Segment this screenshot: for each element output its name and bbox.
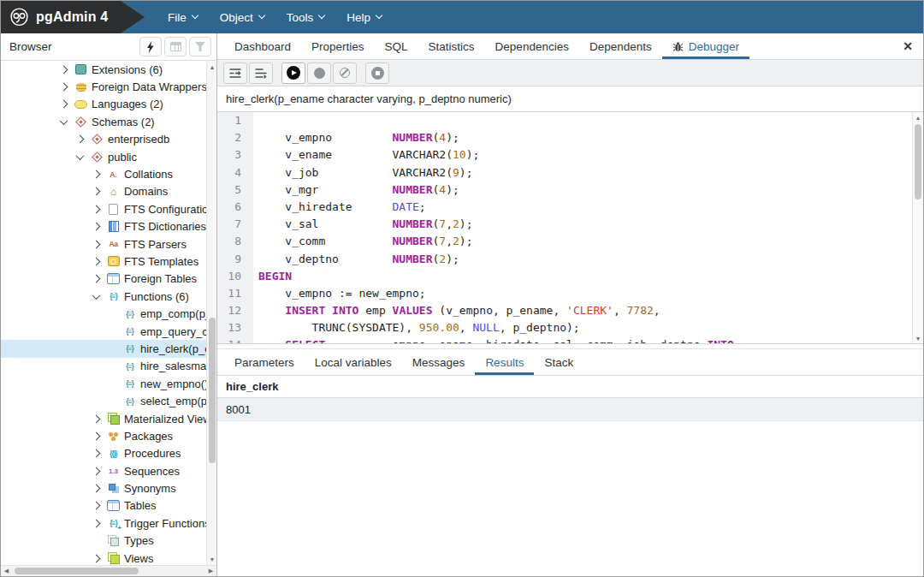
line-number[interactable]: 4: [217, 164, 253, 181]
tab-sql[interactable]: SQL: [375, 33, 418, 59]
line-number[interactable]: 8: [217, 233, 253, 250]
line-number[interactable]: 6: [217, 199, 253, 216]
tree-item-domains[interactable]: Domains: [1, 183, 206, 200]
tab-dashboard[interactable]: Dashboard: [224, 33, 301, 59]
tree-item-emp-comp-p-s[interactable]: emp_comp(p_s: [1, 305, 206, 322]
editor-vertical-scrollbar[interactable]: ▲ ▼: [912, 112, 923, 343]
chevron-right-icon[interactable]: [76, 135, 85, 144]
tree-item-emp-query-cal[interactable]: emp_query_cal: [1, 323, 206, 340]
tree-item-types[interactable]: Types: [1, 532, 206, 550]
scroll-down-icon[interactable]: ▼: [913, 333, 923, 343]
chevron-right-icon[interactable]: [92, 223, 101, 231]
tree-item-enterprisedb[interactable]: enterprisedb: [1, 131, 206, 148]
tab-statistics[interactable]: Statistics: [418, 33, 485, 59]
tree-item-select-emp-p-e[interactable]: select_emp(p_e: [1, 392, 206, 409]
tab-results[interactable]: Results: [475, 349, 534, 375]
scrollbar-thumb[interactable]: [209, 318, 216, 463]
tab-dependents[interactable]: Dependents: [579, 33, 662, 59]
tree-item-trigger-functions[interactable]: Trigger Functions: [1, 515, 206, 532]
step-into-button[interactable]: [223, 62, 247, 84]
line-number[interactable]: 13: [217, 319, 253, 336]
chevron-right-icon[interactable]: [60, 83, 68, 92]
chevron-right-icon[interactable]: [92, 275, 101, 283]
toggle-breakpoint-button[interactable]: [307, 62, 331, 84]
clear-all-breakpoints-button[interactable]: [333, 62, 357, 84]
line-number[interactable]: 3: [217, 146, 253, 164]
chevron-right-icon[interactable]: [92, 187, 101, 196]
scrollbar-thumb[interactable]: [915, 124, 921, 199]
tree-vertical-scrollbar[interactable]: ▲ ▼: [206, 61, 216, 565]
tab-dependencies[interactable]: Dependencies: [485, 33, 579, 59]
tree-item-collations[interactable]: Collations: [1, 165, 206, 182]
menu-object[interactable]: Object: [209, 1, 275, 33]
chevron-right-icon[interactable]: [92, 519, 101, 527]
chevron-right-icon[interactable]: [60, 100, 68, 109]
tree-item-hire-salesman[interactable]: hire_salesman(: [1, 358, 206, 375]
line-number[interactable]: 1: [217, 112, 253, 129]
line-number[interactable]: 2: [217, 129, 253, 146]
menu-file[interactable]: File: [157, 1, 209, 33]
line-number[interactable]: 14: [217, 336, 253, 344]
tree-item-new-empno[interactable]: new_empno(): [1, 375, 206, 392]
tree-item-hire-clerk-p-en[interactable]: hire_clerk(p_en: [1, 340, 206, 357]
tree-item-languages-2[interactable]: Languages (2): [1, 96, 206, 113]
chevron-right-icon[interactable]: [92, 467, 101, 475]
scroll-up-icon[interactable]: ▲: [913, 112, 923, 122]
tree-item-fts-configurations[interactable]: FTS Configurations: [1, 200, 206, 217]
line-number[interactable]: 12: [217, 302, 253, 319]
line-number[interactable]: 9: [217, 251, 253, 268]
scroll-right-icon[interactable]: ▶: [205, 566, 216, 576]
line-number[interactable]: 5: [217, 181, 253, 199]
dependency-grid-button[interactable]: [164, 37, 187, 57]
line-number[interactable]: 10: [217, 268, 253, 285]
tree-item-fts-dictionaries[interactable]: FTS Dictionaries: [1, 218, 206, 235]
tree-item-foreign-tables[interactable]: Foreign Tables: [1, 271, 206, 288]
tab-properties[interactable]: Properties: [301, 33, 375, 59]
tree-item-fts-parsers[interactable]: FTS Parsers: [1, 235, 206, 253]
chevron-right-icon[interactable]: [92, 431, 101, 440]
chevron-right-icon[interactable]: [92, 485, 101, 493]
tab-parameters[interactable]: Parameters: [224, 349, 305, 375]
tree-horizontal-scrollbar[interactable]: ◀ ▶: [1, 565, 216, 576]
tree-item-packages[interactable]: Packages: [1, 427, 206, 444]
tab-debugger[interactable]: Debugger: [662, 33, 749, 59]
scrollbar-thumb[interactable]: [15, 568, 139, 574]
chevron-right-icon[interactable]: [92, 258, 101, 266]
chevron-right-icon[interactable]: [92, 170, 101, 179]
line-number[interactable]: 11: [217, 285, 253, 302]
tree-item-schemas-2[interactable]: Schemas (2): [1, 113, 206, 130]
scroll-up-icon[interactable]: ▲: [207, 62, 216, 72]
tree-item-procedures[interactable]: Procedures: [1, 445, 206, 462]
chevron-right-icon[interactable]: [92, 502, 101, 510]
tree-item-public[interactable]: public: [1, 148, 206, 165]
quick-search-button[interactable]: [139, 37, 162, 57]
code-editor[interactable]: 12 v_empno NUMBER(4);3 v_ename VARCHAR2(…: [217, 112, 923, 344]
tree-item-tables[interactable]: Tables: [1, 497, 206, 515]
tree-item-materialized-views[interactable]: Materialized Views: [1, 410, 206, 427]
continue-button[interactable]: [281, 62, 305, 84]
chevron-down-icon[interactable]: [92, 291, 101, 300]
chevron-right-icon[interactable]: [92, 449, 101, 458]
tab-local-variables[interactable]: Local variables: [305, 349, 402, 375]
chevron-right-icon[interactable]: [92, 205, 101, 213]
tab-stack[interactable]: Stack: [534, 349, 583, 375]
menu-help[interactable]: Help: [335, 1, 393, 33]
menu-tools[interactable]: Tools: [275, 1, 336, 33]
line-number[interactable]: 7: [217, 216, 253, 233]
tree-item-views[interactable]: Views: [1, 550, 206, 565]
chevron-right-icon[interactable]: [60, 65, 68, 74]
chevron-down-icon[interactable]: [76, 152, 85, 160]
tree-item-fts-templates[interactable]: FTS Templates: [1, 253, 206, 270]
chevron-right-icon[interactable]: [92, 414, 101, 423]
close-icon[interactable]: ✕: [903, 39, 913, 53]
tree-item-synonyms[interactable]: Synonyms: [1, 479, 206, 497]
filter-button[interactable]: [189, 37, 211, 57]
tree-item-functions-6[interactable]: Functions (6): [1, 288, 206, 305]
chevron-right-icon[interactable]: [92, 554, 101, 562]
chevron-right-icon[interactable]: [92, 240, 101, 248]
stop-button[interactable]: [365, 62, 389, 84]
object-tree[interactable]: Extensions (6)Foreign Data Wrappers (2)L…: [1, 61, 216, 565]
results-value-row[interactable]: 8001: [217, 398, 923, 421]
tree-item-sequences[interactable]: Sequences: [1, 462, 206, 479]
step-over-button[interactable]: [249, 62, 273, 84]
